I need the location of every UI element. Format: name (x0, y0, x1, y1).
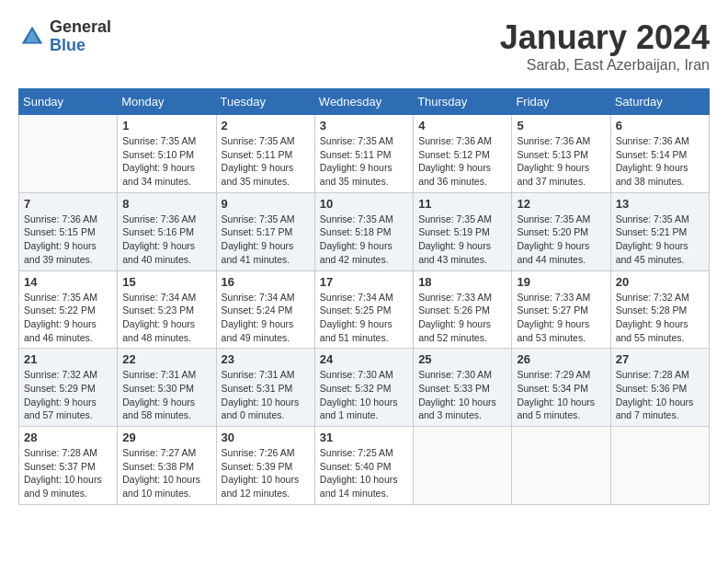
table-row: 31 Sunrise: 7:25 AM Sunset: 5:40 PM Dayl… (314, 427, 413, 505)
table-row: 1 Sunrise: 7:35 AM Sunset: 5:10 PM Dayli… (118, 115, 216, 193)
col-sunday: Sunday (19, 89, 118, 115)
day-number: 10 (320, 197, 408, 211)
table-row (512, 427, 610, 505)
day-number: 12 (517, 197, 605, 211)
table-row (610, 427, 709, 505)
day-info: Sunrise: 7:34 AM Sunset: 5:24 PM Dayligh… (222, 291, 310, 345)
day-number: 4 (418, 119, 506, 132)
day-info: Sunrise: 7:33 AM Sunset: 5:26 PM Dayligh… (418, 291, 506, 345)
calendar-week-row: 28 Sunrise: 7:28 AM Sunset: 5:37 PM Dayl… (19, 427, 710, 505)
day-info: Sunrise: 7:26 AM Sunset: 5:39 PM Dayligh… (222, 446, 310, 500)
day-info: Sunrise: 7:35 AM Sunset: 5:10 PM Dayligh… (122, 134, 210, 189)
day-info: Sunrise: 7:35 AM Sunset: 5:21 PM Dayligh… (616, 213, 704, 267)
day-info: Sunrise: 7:25 AM Sunset: 5:40 PM Dayligh… (320, 446, 408, 500)
logo-icon (18, 23, 46, 51)
table-row: 5 Sunrise: 7:36 AM Sunset: 5:13 PM Dayli… (512, 115, 610, 193)
table-row: 17 Sunrise: 7:34 AM Sunset: 5:25 PM Dayl… (314, 270, 413, 349)
calendar-week-row: 21 Sunrise: 7:32 AM Sunset: 5:29 PM Dayl… (19, 349, 710, 427)
table-row (414, 427, 512, 505)
logo-text: General Blue (50, 18, 111, 55)
title-section: January 2024 Sarab, East Azerbaijan, Ira… (500, 18, 710, 74)
day-number: 28 (24, 431, 112, 444)
col-monday: Monday (118, 89, 216, 115)
day-info: Sunrise: 7:28 AM Sunset: 5:36 PM Dayligh… (616, 368, 704, 422)
day-info: Sunrise: 7:35 AM Sunset: 5:11 PM Dayligh… (320, 134, 408, 189)
day-number: 18 (418, 275, 506, 289)
day-number: 27 (616, 352, 704, 366)
table-row: 13 Sunrise: 7:35 AM Sunset: 5:21 PM Dayl… (610, 192, 709, 270)
day-number: 21 (24, 352, 112, 366)
col-tuesday: Tuesday (216, 89, 314, 115)
table-row: 15 Sunrise: 7:34 AM Sunset: 5:23 PM Dayl… (118, 270, 216, 349)
day-info: Sunrise: 7:28 AM Sunset: 5:37 PM Dayligh… (24, 446, 112, 500)
location: Sarab, East Azerbaijan, Iran (500, 57, 710, 74)
table-row: 9 Sunrise: 7:35 AM Sunset: 5:17 PM Dayli… (216, 192, 314, 270)
page-header: General Blue January 2024 Sarab, East Az… (18, 18, 710, 74)
table-row: 4 Sunrise: 7:36 AM Sunset: 5:12 PM Dayli… (414, 115, 512, 193)
day-number: 24 (320, 352, 408, 366)
table-row: 24 Sunrise: 7:30 AM Sunset: 5:32 PM Dayl… (314, 349, 413, 427)
day-info: Sunrise: 7:27 AM Sunset: 5:38 PM Dayligh… (122, 446, 210, 500)
day-number: 1 (122, 119, 210, 132)
table-row: 29 Sunrise: 7:27 AM Sunset: 5:38 PM Dayl… (118, 427, 216, 505)
day-number: 31 (320, 431, 408, 444)
table-row: 25 Sunrise: 7:30 AM Sunset: 5:33 PM Dayl… (414, 349, 512, 427)
day-info: Sunrise: 7:36 AM Sunset: 5:12 PM Dayligh… (418, 134, 506, 189)
table-row: 22 Sunrise: 7:31 AM Sunset: 5:30 PM Dayl… (118, 349, 216, 427)
day-info: Sunrise: 7:34 AM Sunset: 5:23 PM Dayligh… (122, 291, 210, 345)
calendar-week-row: 1 Sunrise: 7:35 AM Sunset: 5:10 PM Dayli… (19, 115, 710, 193)
day-info: Sunrise: 7:31 AM Sunset: 5:30 PM Dayligh… (122, 368, 210, 422)
day-info: Sunrise: 7:35 AM Sunset: 5:18 PM Dayligh… (320, 213, 408, 267)
logo-blue: Blue (50, 37, 111, 55)
table-row: 19 Sunrise: 7:33 AM Sunset: 5:27 PM Dayl… (512, 270, 610, 349)
logo: General Blue (18, 18, 111, 55)
day-info: Sunrise: 7:30 AM Sunset: 5:33 PM Dayligh… (418, 368, 506, 422)
day-number: 23 (222, 352, 310, 366)
day-number: 13 (616, 197, 704, 211)
day-info: Sunrise: 7:35 AM Sunset: 5:17 PM Dayligh… (222, 213, 310, 267)
day-number: 7 (24, 197, 112, 211)
calendar-week-row: 7 Sunrise: 7:36 AM Sunset: 5:15 PM Dayli… (19, 192, 710, 270)
day-info: Sunrise: 7:35 AM Sunset: 5:22 PM Dayligh… (24, 291, 112, 345)
col-friday: Friday (512, 89, 610, 115)
day-number: 17 (320, 275, 408, 289)
month-title: January 2024 (500, 18, 710, 57)
table-row: 27 Sunrise: 7:28 AM Sunset: 5:36 PM Dayl… (610, 349, 709, 427)
table-row: 20 Sunrise: 7:32 AM Sunset: 5:28 PM Dayl… (610, 270, 709, 349)
day-info: Sunrise: 7:31 AM Sunset: 5:31 PM Dayligh… (222, 368, 310, 422)
day-number: 5 (517, 119, 605, 132)
table-row: 8 Sunrise: 7:36 AM Sunset: 5:16 PM Dayli… (118, 192, 216, 270)
table-row: 11 Sunrise: 7:35 AM Sunset: 5:19 PM Dayl… (414, 192, 512, 270)
day-info: Sunrise: 7:35 AM Sunset: 5:11 PM Dayligh… (222, 134, 310, 189)
day-info: Sunrise: 7:36 AM Sunset: 5:15 PM Dayligh… (24, 213, 112, 267)
day-number: 6 (616, 119, 704, 132)
day-number: 26 (517, 352, 605, 366)
logo-general: General (50, 18, 111, 37)
day-number: 9 (222, 197, 310, 211)
day-number: 29 (122, 431, 210, 444)
calendar-table: Sunday Monday Tuesday Wednesday Thursday… (18, 88, 710, 505)
day-number: 16 (222, 275, 310, 289)
table-row: 16 Sunrise: 7:34 AM Sunset: 5:24 PM Dayl… (216, 270, 314, 349)
table-row (19, 115, 118, 193)
day-number: 30 (222, 431, 310, 444)
day-number: 8 (122, 197, 210, 211)
day-info: Sunrise: 7:35 AM Sunset: 5:20 PM Dayligh… (517, 213, 605, 267)
day-number: 22 (122, 352, 210, 366)
table-row: 26 Sunrise: 7:29 AM Sunset: 5:34 PM Dayl… (512, 349, 610, 427)
table-row: 23 Sunrise: 7:31 AM Sunset: 5:31 PM Dayl… (216, 349, 314, 427)
day-number: 19 (517, 275, 605, 289)
day-info: Sunrise: 7:33 AM Sunset: 5:27 PM Dayligh… (517, 291, 605, 345)
day-info: Sunrise: 7:35 AM Sunset: 5:19 PM Dayligh… (418, 213, 506, 267)
table-row: 2 Sunrise: 7:35 AM Sunset: 5:11 PM Dayli… (216, 115, 314, 193)
day-info: Sunrise: 7:34 AM Sunset: 5:25 PM Dayligh… (320, 291, 408, 345)
col-saturday: Saturday (610, 89, 709, 115)
day-number: 11 (418, 197, 506, 211)
col-thursday: Thursday (414, 89, 512, 115)
table-row: 6 Sunrise: 7:36 AM Sunset: 5:14 PM Dayli… (610, 115, 709, 193)
table-row: 3 Sunrise: 7:35 AM Sunset: 5:11 PM Dayli… (314, 115, 413, 193)
day-number: 15 (122, 275, 210, 289)
col-wednesday: Wednesday (314, 89, 413, 115)
table-row: 18 Sunrise: 7:33 AM Sunset: 5:26 PM Dayl… (414, 270, 512, 349)
day-number: 20 (616, 275, 704, 289)
